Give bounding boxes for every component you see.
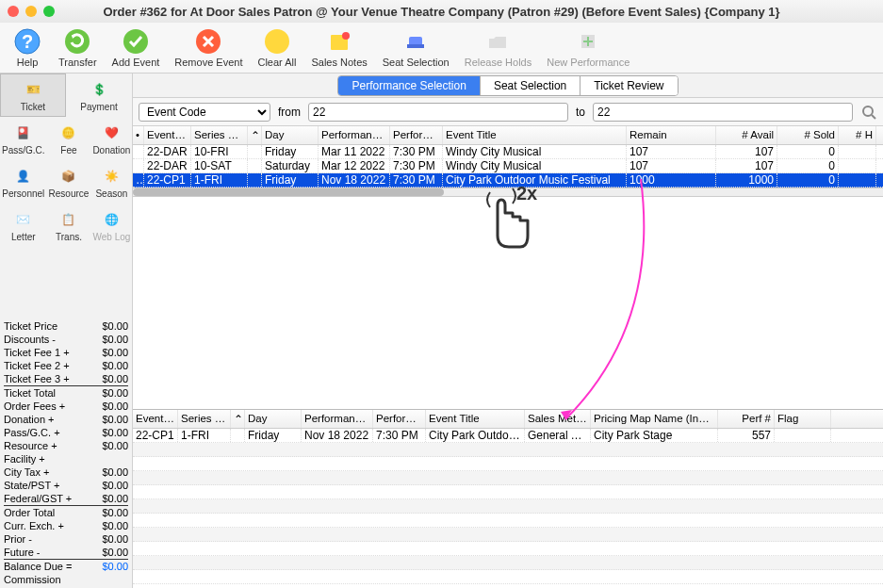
note-icon <box>325 27 353 56</box>
table-row[interactable]: 22-DAR10-FRIFridayMar 11 20227:30 PMWind… <box>133 145 883 159</box>
box-icon: 📦 <box>57 165 80 188</box>
view-tabs: Performance Selection Seat Selection Tic… <box>133 74 883 98</box>
season-tab[interactable]: ☀️Season <box>90 160 132 204</box>
minimize-icon[interactable] <box>25 6 37 17</box>
price-row: Order Fees +$0.00 <box>4 400 128 413</box>
price-row: Ticket Total$0.00 <box>4 385 128 400</box>
search-icon[interactable] <box>860 104 877 121</box>
sales-notes-button[interactable]: Sales Notes <box>303 24 374 71</box>
from-label: from <box>278 106 301 119</box>
help-icon: ? <box>13 27 41 56</box>
resource-tab[interactable]: 📦Resource <box>47 160 91 204</box>
price-row: Order Total$0.00 <box>4 505 128 519</box>
grid-header: • Event … Series C… ⌃ Day Performanc… Pe… <box>133 126 883 145</box>
check-icon <box>122 27 150 56</box>
seat-selection-button[interactable]: Seat Selection <box>375 24 457 71</box>
price-row: Facility + <box>4 452 128 466</box>
svg-point-2 <box>65 29 90 54</box>
selected-grid-header: Event … Series C… ⌃ Day Performanc… Perf… <box>133 410 883 429</box>
person-icon: 👤 <box>12 165 35 188</box>
letter-tab[interactable]: ✉️Letter <box>0 204 47 247</box>
x-icon <box>194 27 222 56</box>
svg-rect-9 <box>407 44 424 48</box>
filter-field-select[interactable]: Event Code <box>139 103 270 122</box>
price-row: Pass/G.C. +$0.00 <box>4 426 128 439</box>
horizontal-scrollbar[interactable] <box>133 188 883 197</box>
from-input[interactable] <box>308 103 568 122</box>
price-row: Prior -$0.00 <box>4 532 128 546</box>
price-row: Discounts -$0.00 <box>4 333 128 346</box>
price-row: Commission <box>4 573 128 586</box>
add-event-button[interactable]: Add Event <box>105 24 168 71</box>
price-row: Resource +$0.00 <box>4 439 128 452</box>
svg-text:?: ? <box>22 31 33 52</box>
pricing-summary: Ticket Price$0.00Discounts -$0.00Ticket … <box>0 247 132 588</box>
donation-tab[interactable]: ❤️Donation <box>90 117 132 160</box>
tab-ticket-review[interactable]: Ticket Review <box>580 76 677 95</box>
clear-all-button[interactable]: Clear All <box>250 24 303 71</box>
payment-tab[interactable]: 💲Payment <box>66 74 132 117</box>
svg-point-7 <box>342 32 350 40</box>
circle-icon <box>263 27 291 56</box>
release-holds-button: Release Holds <box>457 24 540 71</box>
price-row: Federal/GST +$0.00 <box>4 492 128 505</box>
card-icon: 🎴 <box>12 122 35 144</box>
plus-icon <box>574 27 602 56</box>
price-row: City Tax +$0.00 <box>4 466 128 479</box>
svg-point-11 <box>863 106 873 116</box>
window-controls <box>8 6 55 17</box>
price-row: State/PST +$0.00 <box>4 479 128 492</box>
folder-icon <box>483 27 512 56</box>
personnel-tab[interactable]: 👤Personnel <box>0 160 47 204</box>
to-label: to <box>576 106 585 119</box>
sun-icon: ☀️ <box>100 165 123 188</box>
globe-icon: 🌐 <box>100 208 123 231</box>
new-performance-button: New Performance <box>539 24 637 71</box>
coins-icon: 🪙 <box>57 122 80 144</box>
svg-line-12 <box>872 115 875 119</box>
dollar-icon: 💲 <box>88 78 110 101</box>
performance-grid[interactable]: • Event … Series C… ⌃ Day Performanc… Pe… <box>133 126 883 409</box>
refresh-icon <box>63 27 91 56</box>
price-row: Ticket Price$0.00 <box>4 319 128 333</box>
heart-icon: ❤️ <box>100 122 123 144</box>
ticket-tab[interactable]: 🎫Ticket <box>0 74 66 117</box>
zoom-icon[interactable] <box>43 6 55 17</box>
price-row: Donation +$0.00 <box>4 413 128 426</box>
list-icon: 📋 <box>57 208 80 231</box>
fee-tab[interactable]: 🪙Fee <box>47 117 91 160</box>
svg-point-5 <box>265 29 289 54</box>
table-row[interactable]: …22-CP11-FRIFridayNov 18 20227:30 PMCity… <box>133 173 883 188</box>
price-row: Future -$0.00 <box>4 546 128 559</box>
table-row[interactable]: 22-CP11-FRIFridayNov 18 20227:30 PMCity … <box>133 429 883 443</box>
to-input[interactable] <box>593 103 853 122</box>
ticket-icon: 🎫 <box>22 78 44 101</box>
window-title: Order #362 for At Door Sales Patron @ Yo… <box>8 5 875 19</box>
seat-icon <box>401 27 430 56</box>
trans-tab[interactable]: 📋Trans. <box>47 204 91 247</box>
close-icon[interactable] <box>8 6 19 17</box>
tab-performance-selection[interactable]: Performance Selection <box>338 76 480 95</box>
letter-icon: ✉️ <box>12 208 35 231</box>
selected-grid[interactable]: Event … Series C… ⌃ Day Performanc… Perf… <box>133 409 883 588</box>
price-row: Curr. Exch. +$0.00 <box>4 519 128 532</box>
content-area: Performance Selection Seat Selection Tic… <box>133 74 883 588</box>
price-row: Balance Due =$0.00 <box>4 559 128 573</box>
help-button[interactable]: ? Help <box>4 24 51 71</box>
price-row: Ticket Fee 1 +$0.00 <box>4 346 128 359</box>
pass-tab[interactable]: 🎴Pass/G.C. <box>0 117 47 160</box>
transfer-button[interactable]: Transfer <box>51 24 105 71</box>
price-row: Ticket Fee 2 +$0.00 <box>4 359 128 372</box>
remove-event-button[interactable]: Remove Event <box>167 24 250 71</box>
main-toolbar: ? Help Transfer Add Event Remove Event C… <box>0 23 883 74</box>
sidebar: 🎫Ticket 💲Payment 🎴Pass/G.C. 🪙Fee ❤️Donat… <box>0 74 133 588</box>
table-row[interactable]: 22-DAR10-SATSaturdayMar 12 20227:30 PMWi… <box>133 159 883 173</box>
filter-bar: Event Code from to <box>133 98 883 126</box>
price-row: Ticket Fee 3 +$0.00 <box>4 372 128 385</box>
tab-seat-selection[interactable]: Seat Selection <box>481 76 580 95</box>
weblog-tab: 🌐Web Log <box>90 204 132 247</box>
titlebar: Order #362 for At Door Sales Patron @ Yo… <box>0 0 883 23</box>
